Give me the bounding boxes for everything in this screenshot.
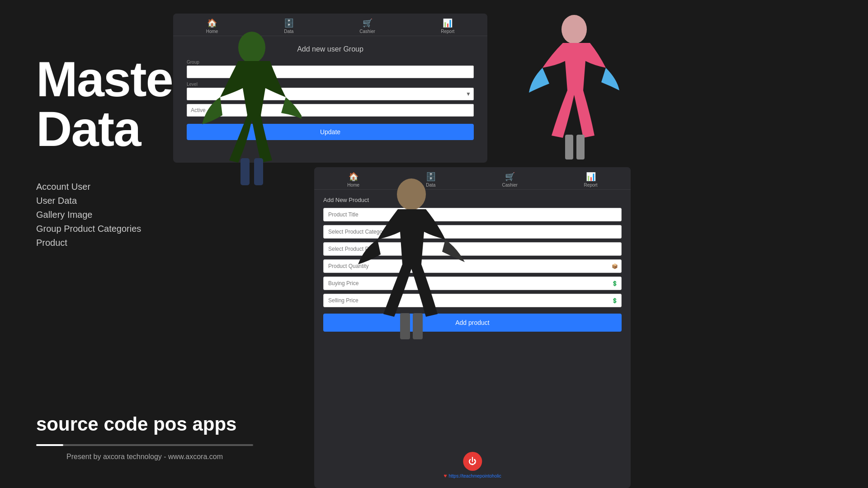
product-category-input[interactable]	[323, 225, 622, 239]
report-label-top: Report	[441, 29, 454, 34]
nav-link-product[interactable]: Product	[36, 237, 278, 249]
home-label-bottom: Home	[347, 183, 359, 188]
top-app-navbar: 🏠 Home 🗄️ Data 🛒 Cashier 📊 Report	[173, 14, 487, 36]
nav-link-group-product[interactable]: Group Product Categories	[36, 223, 278, 235]
selling-price-input[interactable]	[323, 294, 622, 307]
home-icon-top: 🏠	[207, 18, 217, 28]
data-icon-top: 🗄️	[284, 18, 294, 28]
home-label-top: Home	[206, 29, 218, 34]
footer-link-row: ♥ https://teachmepointoholic	[443, 473, 501, 479]
heart-icon: ♥	[443, 473, 447, 479]
active-field-group	[187, 104, 474, 117]
level-label: Level	[187, 82, 474, 87]
data-label-bottom: Data	[426, 183, 435, 188]
nav-home-top[interactable]: 🏠 Home	[206, 18, 218, 34]
cashier-label-top: Cashier	[359, 29, 375, 34]
top-app-screenshot: 🏠 Home 🗄️ Data 🛒 Cashier 📊 Report Add ne…	[173, 14, 487, 163]
nav-links: Account User User Data Gallery Image Gro…	[36, 181, 278, 249]
buying-price-row: 💲	[323, 277, 622, 290]
report-icon-top: 📊	[443, 18, 453, 28]
data-icon-bottom: 🗄️	[426, 172, 436, 182]
power-icon: ⏻	[468, 457, 476, 466]
group-field-group: Group	[187, 60, 474, 78]
svg-point-3	[561, 15, 587, 44]
footer-link[interactable]: https://teachmepointoholic	[448, 474, 501, 479]
nav-data-bottom[interactable]: 🗄️ Data	[426, 172, 436, 188]
report-label-bottom: Report	[584, 183, 598, 188]
nav-report-top[interactable]: 📊 Report	[441, 18, 454, 34]
nav-cashier-top[interactable]: 🛒 Cashier	[359, 18, 375, 34]
nav-home-bottom[interactable]: 🏠 Home	[347, 172, 359, 188]
nav-link-account-user[interactable]: Account User	[36, 181, 278, 193]
presenter-text: Present by axcora technology - www.axcor…	[36, 453, 253, 461]
progress-bar-fill	[36, 444, 63, 446]
product-photo-input[interactable]	[323, 242, 622, 256]
cashier-icon-top: 🛒	[363, 18, 373, 28]
cashier-label-bottom: Cashier	[502, 183, 517, 188]
add-product-form: Add New Product 📦 💲 💲 Add product	[314, 190, 631, 338]
level-dropdown-icon: ▼	[466, 91, 471, 97]
nav-report-bottom[interactable]: 📊 Report	[584, 172, 598, 188]
selling-price-icon: 💲	[612, 298, 618, 304]
nav-data-top[interactable]: 🗄️ Data	[284, 18, 294, 34]
home-icon-bottom: 🏠	[349, 172, 359, 182]
level-field-group: Level ▼	[187, 82, 474, 100]
buying-price-input[interactable]	[323, 277, 622, 290]
power-button[interactable]: ⏻	[463, 452, 482, 471]
dancer-top-right	[529, 9, 619, 172]
nav-link-gallery-image[interactable]: Gallery Image	[36, 209, 278, 221]
top-form-area: Add new user Group Group Level ▼ Update	[173, 36, 487, 149]
level-input-wrapper: ▼	[187, 88, 474, 100]
bottom-app-navbar: 🏠 Home 🗄️ Data 🛒 Cashier 📊 Report	[314, 167, 631, 190]
add-product-title: Add New Product	[323, 197, 622, 203]
active-input[interactable]	[187, 104, 474, 117]
product-title-input[interactable]	[323, 208, 622, 221]
top-form-title: Add new user Group	[187, 45, 474, 53]
level-input[interactable]	[187, 88, 474, 100]
group-label: Group	[187, 60, 474, 65]
group-input[interactable]	[187, 66, 474, 78]
nav-link-user-data[interactable]: User Data	[36, 195, 278, 207]
svg-rect-5	[576, 135, 585, 160]
bottom-section: source code pos apps Present by axcora t…	[36, 413, 307, 461]
product-quantity-row: 📦	[323, 259, 622, 273]
svg-rect-4	[565, 135, 573, 160]
source-code-title: source code pos apps	[36, 413, 307, 435]
bottom-app-screenshot: 🏠 Home 🗄️ Data 🛒 Cashier 📊 Report Add Ne…	[314, 167, 631, 488]
data-label-top: Data	[284, 29, 293, 34]
selling-price-row: 💲	[323, 294, 622, 307]
cashier-icon-bottom: 🛒	[505, 172, 515, 182]
product-quantity-input[interactable]	[323, 259, 622, 273]
update-button[interactable]: Update	[187, 124, 474, 140]
add-product-button[interactable]: Add product	[323, 314, 622, 332]
power-section: ⏻ ♥ https://teachmepointoholic	[443, 452, 501, 479]
nav-cashier-bottom[interactable]: 🛒 Cashier	[502, 172, 517, 188]
progress-bar-container	[36, 444, 253, 446]
quantity-icon: 📦	[612, 263, 618, 269]
buying-price-icon: 💲	[612, 281, 618, 286]
report-icon-bottom: 📊	[586, 172, 596, 182]
